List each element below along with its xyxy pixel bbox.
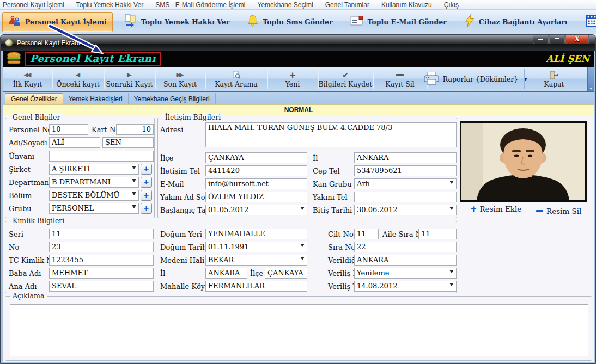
grubu-combobox[interactable]: PERSONEL <box>49 203 139 214</box>
reports-button[interactable]: Raporlar {Dökümler} ▼ <box>427 67 524 91</box>
image-button-label: Resim Ekle <box>480 205 522 213</box>
seri-field[interactable]: 11 <box>49 229 154 239</box>
resim-sil-button[interactable]: Resim Sil <box>536 207 581 215</box>
toolbar-button-label: Toplu Sms Gönder <box>263 18 332 26</box>
next-record-button[interactable]: ▶ Sonraki Kayıt <box>104 67 155 91</box>
sira-no-field[interactable]: 22 <box>354 242 457 252</box>
burger-icon <box>7 52 21 66</box>
first-record-button[interactable]: ◀◀ İlk Kayıt <box>3 67 52 91</box>
bolum-combobox[interactable]: DESTEK BÖLÜMÜ <box>49 190 139 201</box>
menu-personel-kayit[interactable]: Personel Kayıt İşlemi <box>3 1 64 9</box>
search-icon <box>232 70 241 79</box>
adi-field[interactable]: ALİ <box>49 137 100 148</box>
cilt-no-field[interactable]: 11 <box>354 229 379 239</box>
yakini-tel-field[interactable] <box>354 192 457 202</box>
cihaz-baglanti-ayarlari-button[interactable]: Cihaz Bağlantı Ayarları <box>458 12 574 32</box>
kimlik-il-field[interactable]: ANKARA <box>205 268 247 279</box>
dogum-tarihi-label: Doğum Tarihi <box>160 243 209 251</box>
save-record-button[interactable]: ✔ Bilgileri Kaydet <box>318 67 373 91</box>
maximize-icon <box>555 38 559 41</box>
medeni-hali-combobox[interactable]: BEKAR <box>205 255 307 266</box>
add-sirket-button[interactable]: + <box>141 164 152 175</box>
toolbar-overflow[interactable]: ▾ <box>587 67 594 91</box>
window-titlebar[interactable]: Personel Kayıt Ekranı X <box>1 35 595 51</box>
minimize-button[interactable] <box>533 35 549 44</box>
menu-yemekhane-secimi[interactable]: Yemekhane Seçimi <box>258 1 313 9</box>
resim-ekle-button[interactable]: + Resim Ekle <box>471 205 521 213</box>
combo-value: 01.11.1991 <box>208 243 248 251</box>
previous-record-button[interactable]: ◀ Önceki kayıt <box>52 67 104 91</box>
add-grubu-button[interactable]: + <box>141 203 152 214</box>
personel-kayit-islemi-button[interactable]: Personel Kayıt İşlemi <box>2 12 113 32</box>
aile-sira-no-field[interactable]: 11 <box>418 229 457 239</box>
personel-no-field[interactable]: 10 <box>49 124 88 135</box>
baba-adi-field[interactable]: MEHMET <box>49 268 154 279</box>
fieldset-legend: Genel Bilgiler <box>10 113 63 121</box>
window-content: Personel Kayıt Ekranı ALİ ŞEN ◀◀ İlk Kay… <box>3 51 594 362</box>
tab-genel-ozellikler[interactable]: Genel Özellikler <box>5 93 63 104</box>
adresi-field[interactable]: HİALA MAH. TURAN GÜNEŞ BULV. 4.CADDE 78/… <box>205 122 457 147</box>
menu-toplu-yemek[interactable]: Toplu Yemek Hakkı Ver <box>76 1 143 9</box>
combo-value: PERSONEL <box>52 204 94 212</box>
departman-combobox[interactable]: B DEPARTMANI <box>49 177 139 188</box>
tc-kimlik-no-field[interactable]: 1223455 <box>49 255 154 266</box>
kimlik-ilce-field[interactable]: ÇANKAYA <box>265 268 307 279</box>
no-field[interactable]: 23 <box>49 242 154 252</box>
add-bolum-button[interactable]: + <box>141 190 152 201</box>
il-field[interactable]: ANKARA <box>354 152 457 163</box>
sira-no-label: Sıra No <box>328 243 355 251</box>
aciklama-field[interactable] <box>10 304 588 356</box>
email-field[interactable]: info@hursoft.net <box>205 178 307 189</box>
tab-yemek-hakedisleri[interactable]: Yemek Hakedişleri <box>63 93 129 104</box>
ana-adi-field[interactable]: SEVAL <box>49 281 154 292</box>
iletisim-tel-field[interactable]: 4411420 <box>205 165 307 176</box>
new-record-button[interactable]: + Yeni <box>267 67 318 91</box>
soyadi-field[interactable]: ŞEN <box>102 137 154 148</box>
no-label: No <box>9 243 19 251</box>
verilis-nedeni-combobox[interactable]: Yenileme <box>354 268 457 279</box>
menu-genel-tanimlar[interactable]: Genel Tanımlar <box>325 1 369 9</box>
menu-sms-email[interactable]: SMS - E-Mail Gönderme İşlemi <box>155 1 245 9</box>
menu-kullanim-klavuzu[interactable]: Kullanım Klavuzu <box>381 1 432 9</box>
minus-icon <box>396 70 404 79</box>
bitis-tarihi-picker[interactable]: 30.06.2012 <box>354 205 457 215</box>
combo-value: B DEPARTMANI <box>52 178 111 186</box>
cep-tel-field[interactable]: 5347895621 <box>354 165 457 176</box>
genel-tanimlar-button[interactable]: Genel Tanımlar ▼ <box>579 12 596 32</box>
pages-icon <box>124 14 137 29</box>
toplu-sms-gonder-button[interactable]: Toplu Sms Gönder <box>241 12 338 32</box>
delete-record-button[interactable]: Kayıt Sil <box>373 67 427 91</box>
plus-icon: + <box>290 70 296 79</box>
il-label: İl <box>313 154 318 162</box>
close-button[interactable]: X <box>565 35 589 44</box>
kan-grubu-combobox[interactable]: Arh- <box>354 178 457 189</box>
last-record-button[interactable]: ▶▶ Son Kayıt <box>155 67 205 91</box>
seri-label: Seri <box>9 230 23 238</box>
kimlik-ilce-label: İlçe <box>250 269 263 277</box>
menu-cikis[interactable]: Çıkış <box>444 1 459 9</box>
dogum-tarihi-picker[interactable]: 01.11.1991 <box>205 242 307 252</box>
kart-no-field[interactable]: 10 <box>116 124 154 135</box>
chevron-down-icon <box>449 283 454 286</box>
exit-door-icon <box>549 70 559 79</box>
yakini-ad-field[interactable]: ÖZLEM YILDIZ <box>205 192 307 202</box>
ilce-field[interactable]: ÇANKAYA <box>205 152 307 163</box>
mahalle-koy-field[interactable]: FERMANLILAR <box>205 281 307 292</box>
close-screen-button[interactable]: Kapat <box>525 67 583 91</box>
dogum-yeri-field[interactable]: YENİMAHALLE <box>205 229 307 239</box>
record-search-button[interactable]: Kayıt Arama <box>205 67 267 91</box>
verilis-tarihi-picker[interactable]: 14.08.2012 <box>354 281 457 292</box>
toplu-yemek-hakki-ver-button[interactable]: Toplu Yemek Hakkı Ver <box>118 12 236 32</box>
grid-icon <box>585 14 596 29</box>
sirket-combobox[interactable]: A ŞİRKETİ <box>49 164 139 175</box>
maximize-button[interactable] <box>549 35 565 44</box>
envelope-icon <box>350 16 363 28</box>
tab-yemekhane-gecis[interactable]: Yemekhane Geçiş Bilgileri <box>129 93 216 104</box>
toplu-email-gonder-button[interactable]: Toplu E-Mail Gönder <box>344 12 452 32</box>
unvani-field[interactable] <box>49 151 154 162</box>
baslangic-tarihi-picker[interactable]: 01.05.2012 <box>205 205 307 215</box>
verildigi-yer-field[interactable]: ANKARA <box>354 255 457 266</box>
add-departman-button[interactable]: + <box>141 177 152 188</box>
chevron-down-icon <box>132 166 136 169</box>
chevron-down-icon <box>449 207 454 210</box>
